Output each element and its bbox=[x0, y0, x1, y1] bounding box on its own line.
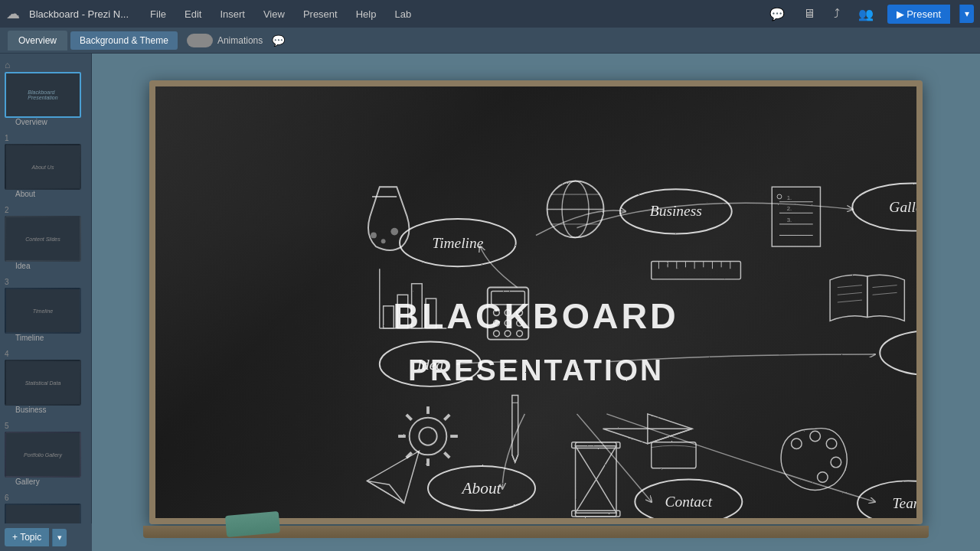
svg-point-59 bbox=[777, 194, 782, 199]
svg-text:PRESENTATION: PRESENTATION bbox=[408, 354, 664, 386]
svg-line-66 bbox=[838, 300, 862, 302]
animations-toggle: Animations 💬 bbox=[187, 34, 285, 47]
sidebar-item-business[interactable]: 4 Statistical Data Business bbox=[3, 348, 88, 416]
slide-number-4: 4 bbox=[5, 350, 14, 358]
blackboard[interactable]: BLACKBOARD PRESENTATION Business Gallery… bbox=[149, 80, 923, 524]
svg-rect-29 bbox=[384, 306, 394, 328]
svg-text:Gallery: Gallery bbox=[889, 199, 916, 215]
idea-thumbnail: Content Slides bbox=[5, 216, 81, 262]
comment-icon: 💬 bbox=[272, 34, 285, 47]
menu-file[interactable]: File bbox=[145, 7, 171, 21]
share-button[interactable]: ⤴ bbox=[829, 4, 844, 24]
svg-text:Contact: Contact bbox=[665, 494, 713, 510]
business-thumbnail: Statistical Data bbox=[5, 360, 81, 406]
content-area: BLACKBOARD PRESENTATION Business Gallery… bbox=[92, 54, 980, 551]
timeline-label: Timeline bbox=[5, 334, 44, 342]
svg-line-91 bbox=[407, 415, 412, 420]
svg-text:Team: Team bbox=[892, 495, 916, 511]
screen-button[interactable]: 🖥 bbox=[799, 4, 820, 24]
add-topic-button[interactable]: + Topic bbox=[5, 528, 49, 546]
users-button[interactable]: 👥 bbox=[854, 4, 878, 24]
window-title: Blackboard - Prezi N... bbox=[29, 8, 129, 20]
sidebar: ⌂ BlackboardPresentation Overview 1 Abou… bbox=[0, 54, 92, 551]
sidebar-item-gallery[interactable]: 5 Portfolio Gallery Gallery bbox=[3, 420, 88, 487]
bottom-bar: + Topic ▾ bbox=[0, 523, 92, 551]
animations-label: Animations bbox=[217, 35, 263, 46]
svg-point-8 bbox=[880, 331, 916, 375]
sidebar-item-idea[interactable]: 2 Content Slides Idea bbox=[3, 204, 88, 272]
app-icon: ☁ bbox=[6, 5, 20, 22]
gallery-thumbnail: Portfolio Gallery bbox=[5, 432, 81, 478]
idea-label: Idea bbox=[5, 262, 30, 270]
svg-rect-98 bbox=[572, 442, 620, 448]
svg-line-67 bbox=[873, 285, 897, 288]
add-topic-dropdown-button[interactable]: ▾ bbox=[52, 529, 67, 546]
svg-rect-44 bbox=[652, 262, 741, 279]
sidebar-item-about[interactable]: 1 About Us About bbox=[3, 132, 88, 200]
menu-insert[interactable]: Insert bbox=[215, 7, 250, 21]
sidebar-item-overview[interactable]: ⌂ BlackboardPresentation Overview bbox=[3, 58, 88, 128]
overview-thumbnail: BlackboardPresentation bbox=[5, 72, 81, 118]
animations-switch[interactable] bbox=[187, 34, 213, 47]
svg-line-93 bbox=[444, 415, 449, 420]
business-label: Business bbox=[5, 406, 47, 414]
svg-rect-99 bbox=[572, 510, 620, 517]
svg-text:Timeline: Timeline bbox=[432, 235, 483, 251]
home-icon: ⌂ bbox=[5, 60, 10, 70]
menu-view[interactable]: View bbox=[259, 7, 289, 21]
svg-line-65 bbox=[838, 292, 862, 295]
main-layout: ⌂ BlackboardPresentation Overview 1 Abou… bbox=[0, 54, 980, 551]
tab-background-theme[interactable]: Background & Theme bbox=[70, 31, 178, 50]
svg-point-25 bbox=[390, 228, 398, 236]
sidebar-item-timeline[interactable]: 3 Timeline Timeline bbox=[3, 276, 88, 344]
svg-text:Business: Business bbox=[650, 203, 702, 219]
svg-text:About: About bbox=[460, 479, 501, 497]
slide-number-2: 2 bbox=[5, 206, 14, 214]
svg-point-24 bbox=[381, 239, 386, 243]
svg-point-84 bbox=[818, 472, 828, 483]
svg-line-68 bbox=[873, 292, 897, 295]
slide-number-5: 5 bbox=[5, 422, 14, 430]
overview-label: Overview bbox=[5, 118, 47, 126]
tab-overview[interactable]: Overview bbox=[8, 31, 67, 51]
slide-number-3: 3 bbox=[5, 278, 14, 286]
gallery-label: Gallery bbox=[5, 478, 40, 486]
svg-text:Idea: Idea bbox=[416, 357, 444, 373]
blackboard-wrapper: BLACKBOARD PRESENTATION Business Gallery… bbox=[149, 80, 923, 524]
slide-number-1: 1 bbox=[5, 134, 14, 142]
menu-help[interactable]: Help bbox=[351, 7, 381, 21]
tabs-bar: Overview Background & Theme Animations 💬 bbox=[0, 28, 980, 54]
about-label: About bbox=[5, 190, 35, 198]
svg-point-86 bbox=[419, 427, 436, 445]
slide-number-6: 6 bbox=[5, 494, 14, 502]
present-button[interactable]: ▶ Present bbox=[887, 5, 950, 24]
board-svg: BLACKBOARD PRESENTATION Business Gallery… bbox=[155, 86, 916, 518]
svg-text:2.: 2. bbox=[787, 205, 792, 212]
svg-point-23 bbox=[371, 233, 377, 239]
menu-edit[interactable]: Edit bbox=[180, 7, 206, 21]
svg-line-64 bbox=[838, 285, 862, 288]
svg-text:3.: 3. bbox=[787, 217, 792, 223]
about-thumbnail: About Us bbox=[5, 144, 81, 190]
present-dropdown-button[interactable]: ▾ bbox=[959, 5, 974, 23]
svg-rect-54 bbox=[772, 187, 820, 246]
menu-lab[interactable]: Lab bbox=[390, 7, 416, 21]
svg-point-80 bbox=[792, 439, 802, 449]
timeline-thumbnail: Timeline bbox=[5, 288, 81, 334]
svg-text:1.: 1. bbox=[787, 194, 792, 201]
svg-point-83 bbox=[831, 457, 841, 468]
top-bar: ☁ Blackboard - Prezi N... File Edit Inse… bbox=[0, 0, 980, 28]
svg-point-81 bbox=[810, 431, 821, 442]
svg-line-92 bbox=[444, 452, 449, 458]
menu-present[interactable]: Present bbox=[299, 7, 342, 21]
svg-point-82 bbox=[826, 439, 837, 449]
comment-button[interactable]: 💬 bbox=[765, 4, 789, 24]
svg-point-85 bbox=[410, 418, 447, 455]
